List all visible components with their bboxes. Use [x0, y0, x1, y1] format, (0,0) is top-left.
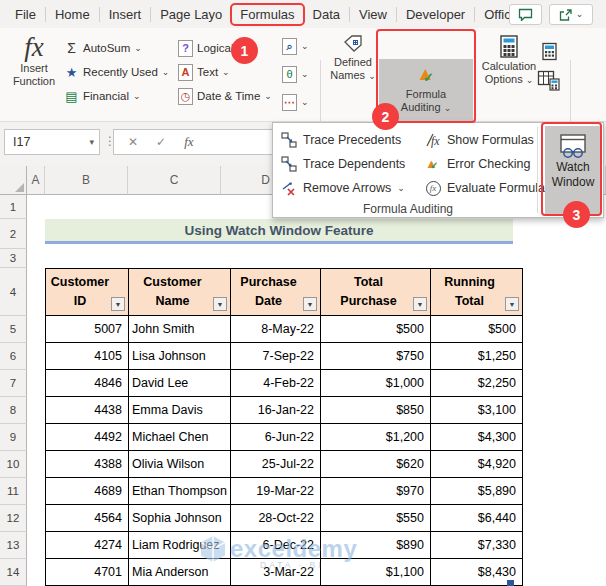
cell[interactable]: 4274 [46, 532, 129, 559]
cell[interactable]: $4,300 [430, 424, 522, 451]
cell[interactable]: $500 [320, 316, 430, 343]
cell[interactable]: 6-Dec-22 [230, 532, 320, 559]
cell[interactable]: 25-Jul-22 [230, 451, 320, 478]
row-header-4[interactable]: 4 [0, 268, 27, 316]
cell[interactable]: 19-Mar-22 [230, 478, 320, 505]
cell[interactable]: 28-Oct-22 [230, 505, 320, 532]
cell[interactable]: $1,200 [320, 424, 430, 451]
cell[interactable]: $1,000 [320, 370, 430, 397]
cell[interactable]: 3-Mar-22 [230, 559, 320, 586]
row-header-9[interactable]: 9 [0, 424, 27, 451]
name-box[interactable]: I17 ▾ [4, 129, 100, 155]
cell[interactable]: 4-Feb-22 [230, 370, 320, 397]
tab-file[interactable]: File [6, 4, 45, 25]
date-time-button[interactable]: ◷ Date & Time ⌄ [178, 86, 272, 106]
tab-view[interactable]: View [350, 4, 396, 25]
cell[interactable]: 4689 [46, 478, 129, 505]
cell[interactable]: 4388 [46, 451, 129, 478]
menu-item-show-formulas[interactable]: fx Show Formulas [425, 131, 534, 149]
cell[interactable]: 4564 [46, 505, 129, 532]
tab-formulas[interactable]: Formulas [231, 4, 303, 25]
cell[interactable]: 4701 [46, 559, 129, 586]
financial-button[interactable]: ▤ Financial ⌄ [64, 86, 141, 106]
cell[interactable]: David Lee [129, 370, 231, 397]
row-header-14[interactable]: 14 [0, 559, 27, 586]
name-box-dropdown-icon[interactable]: ▾ [89, 137, 94, 147]
row-header-3[interactable]: 3 [0, 249, 27, 268]
text-button[interactable]: A Text ⌄ [178, 62, 230, 82]
cell[interactable]: $6,440 [430, 505, 522, 532]
menu-item-trace-precedents[interactable]: Trace Precedents [281, 131, 401, 149]
filter-button[interactable]: ▼ [505, 297, 519, 311]
cell[interactable]: $1,250 [430, 343, 522, 370]
row-header-13[interactable]: 13 [0, 532, 27, 559]
more-functions-button[interactable]: ⋯ ⌄ [282, 92, 309, 112]
cell[interactable]: Michael Chen [129, 424, 231, 451]
recently-used-button[interactable]: ★ Recently Used ⌄ [64, 62, 169, 82]
tab-developer[interactable]: Developer [397, 4, 474, 25]
filter-button[interactable]: ▼ [413, 297, 427, 311]
cell[interactable]: $750 [320, 343, 430, 370]
comments-button[interactable] [509, 4, 542, 25]
row-header-6[interactable]: 6 [0, 343, 27, 370]
math-trig-button[interactable]: θ ⌄ [282, 64, 309, 84]
cell[interactable]: 16-Jan-22 [230, 397, 320, 424]
row-header-8[interactable]: 8 [0, 397, 27, 424]
cell[interactable]: 4846 [46, 370, 129, 397]
cell[interactable]: Liam Rodriguez [129, 532, 231, 559]
insert-function-fx-icon[interactable]: fx [184, 134, 193, 150]
cell[interactable]: Sophia Johnson [129, 505, 231, 532]
cell[interactable]: 7-Sep-22 [230, 343, 320, 370]
menu-item-error-checking[interactable]: Error Checking ⌄ [425, 155, 554, 173]
defined-names-button[interactable]: Defined Names ⌄ [326, 34, 380, 82]
filter-button[interactable]: ▼ [213, 297, 227, 311]
row-header-12[interactable]: 12 [0, 505, 27, 532]
cell[interactable]: $850 [320, 397, 430, 424]
row-header-1[interactable]: 1 [0, 195, 27, 219]
tab-home[interactable]: Home [46, 4, 99, 25]
share-button[interactable]: ⌄ [549, 4, 593, 25]
row-header-2[interactable]: 2 [0, 219, 27, 249]
row-header-7[interactable]: 7 [0, 370, 27, 397]
cell[interactable]: John Smith [129, 316, 231, 343]
cell[interactable]: $550 [320, 505, 430, 532]
cell[interactable]: $2,250 [430, 370, 522, 397]
column-header-b[interactable]: B [45, 166, 128, 195]
cell[interactable]: 5007 [46, 316, 129, 343]
insert-function-button[interactable]: fx Insert Function [6, 32, 62, 88]
cell[interactable]: $5,890 [430, 478, 522, 505]
cell[interactable]: 4492 [46, 424, 129, 451]
column-header-a[interactable]: A [27, 166, 45, 195]
cell[interactable]: Ethan Thompson [129, 478, 231, 505]
cell[interactable]: 6-Jun-22 [230, 424, 320, 451]
autosum-button[interactable]: Σ AutoSum ⌄ [64, 38, 142, 58]
cell[interactable]: $620 [320, 451, 430, 478]
cell[interactable]: $4,920 [430, 451, 522, 478]
cell[interactable]: 4105 [46, 343, 129, 370]
cell[interactable]: $970 [320, 478, 430, 505]
cell[interactable]: $500 [430, 316, 522, 343]
cell[interactable]: $3,100 [430, 397, 522, 424]
table-resize-handle[interactable] [507, 580, 514, 586]
cell[interactable]: Lisa Johnson [129, 343, 231, 370]
cell[interactable]: Olivia Wilson [129, 451, 231, 478]
enter-icon[interactable]: ✓ [156, 135, 166, 149]
lookup-reference-button[interactable]: ⌕ ⌄ [282, 36, 309, 56]
cell[interactable]: 8-May-22 [230, 316, 320, 343]
filter-button[interactable]: ▼ [303, 297, 317, 311]
menu-item-remove-arrows[interactable]: Remove Arrows ⌄ [281, 179, 405, 197]
cell[interactable]: $890 [320, 532, 430, 559]
row-header-10[interactable]: 10 [0, 451, 27, 478]
menu-item-evaluate-formula[interactable]: fx Evaluate Formula [425, 179, 545, 197]
tab-insert[interactable]: Insert [100, 4, 151, 25]
calculate-now-button[interactable] [541, 42, 558, 65]
cell[interactable]: $7,330 [430, 532, 522, 559]
select-all-corner[interactable] [0, 166, 27, 195]
worksheet-title-cell[interactable]: Using Watch Window Feature [45, 219, 513, 244]
cell[interactable]: Emma Davis [129, 397, 231, 424]
cell[interactable]: Mia Anderson [129, 559, 231, 586]
tab-page-layout[interactable]: Page Layo [151, 4, 231, 25]
calculation-options-button[interactable]: Calculation Options ⌄ [480, 34, 538, 86]
row-header-5[interactable]: 5 [0, 316, 27, 343]
menu-item-trace-dependents[interactable]: Trace Dependents [281, 155, 405, 173]
